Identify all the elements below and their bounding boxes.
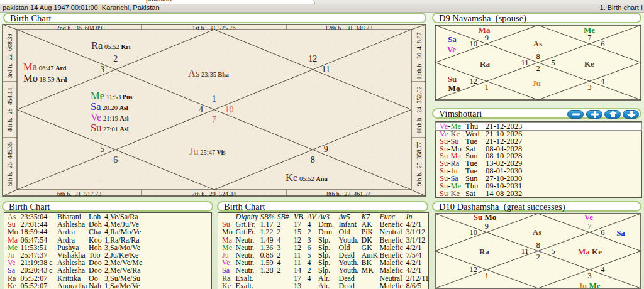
sign-number-d10-chart-h6: 1	[485, 272, 489, 280]
cell-snd: Oo	[89, 275, 98, 282]
strength-table-row-Ma: MaNeutr.1.494123Slp.Youth.DKBenefic3/1/1…	[218, 236, 428, 244]
planet-line: Ra	[479, 246, 489, 256]
cell-av3: Alr.	[318, 275, 330, 282]
cell-pos: 4,Ra/Mo/Ve	[104, 228, 141, 236]
cell-snd: Cha	[89, 228, 101, 236]
planet-table-row-Ra: Ra05:52:07KrittikaOo3,Su/Me/Su	[4, 275, 211, 282]
cell-snd: Nah	[89, 282, 101, 289]
planet-table-row-Ke: Ke05:52:07AnuradhaNah1,Sa/Me/Ve	[4, 282, 211, 289]
planet-table: As23:35:04BharaniLoh4,Ve/Sa/RaSu27:01:44…	[4, 212, 212, 289]
planet-Ra: Ra	[479, 247, 489, 256]
cell-av: 3	[308, 236, 311, 244]
cell-sbp: 1.22	[260, 228, 274, 236]
cell-inh: 3/1/12	[406, 236, 426, 244]
cell-av: 4	[308, 275, 311, 282]
cell-p: Sa	[222, 266, 230, 274]
dasha-expand-button[interactable]	[586, 110, 602, 119]
cell-pos: 1,Ra/Ra/Ra	[104, 236, 140, 244]
dasha-row-Su-Su[interactable]: Su-SuTue21-12-2027	[436, 138, 641, 145]
planet-line: Ju Me	[578, 280, 600, 289]
planet-Mo: Mo	[482, 212, 496, 222]
dasha-row-Su-Ke[interactable]: Su-KeSat14-08-2032	[436, 190, 641, 197]
planet-table-row-Sa: Sa20:20:43cAshleshaDoo2,Me/Ve/Ra	[4, 266, 211, 274]
cell-av5: Dead	[339, 282, 355, 289]
cell-av: 2	[308, 266, 311, 274]
cell-sbn: 2	[277, 266, 281, 274]
cell-vb: 17	[294, 275, 301, 282]
planet-Ma: Ma	[578, 247, 590, 256]
cell-p: Ra	[8, 275, 16, 282]
cell-vb: 15	[294, 228, 301, 236]
cell-lon: 05:52:07	[21, 282, 48, 289]
sign-number-d10-chart-h10: 5	[551, 247, 555, 255]
cell-av5: Old	[339, 228, 350, 236]
strength-table-row-Ke: KeExalt.13Alr.DeadMalefic8/6/5	[218, 282, 428, 289]
cell-vb: 14	[294, 266, 301, 274]
dasha-date: 21-12-2027	[486, 138, 522, 145]
planet-Me: Me	[587, 281, 600, 289]
cell-vb: 13	[294, 282, 301, 289]
cell-p: Ma	[8, 236, 18, 244]
arrow-down-icon	[623, 111, 640, 118]
dasha-down-button[interactable]	[623, 110, 639, 119]
sign-number-d10-chart-h2: 9	[485, 222, 489, 231]
planet-table-row-Mo: Mo18:59:44ArdraCha4,Ra/Mo/Ve	[4, 228, 211, 236]
cell-av5: Dead	[339, 275, 355, 282]
cell-sbp: 1.49	[260, 236, 274, 244]
cell-p: Ke	[222, 282, 231, 289]
cell-inh: 2/12/11	[406, 275, 429, 282]
cell-pos: 1,Sa/Me/Ve	[104, 282, 140, 289]
cell-av: 2	[308, 228, 311, 236]
cell-nak: Krittika	[57, 275, 80, 282]
plus-icon	[587, 111, 603, 118]
cell-func: Malefic	[380, 266, 403, 274]
dasha-date: 14-08-2032	[486, 190, 522, 197]
cell-func: Malefic	[380, 282, 403, 289]
planet-Sa: Sa	[616, 228, 625, 237]
cell-p: Ra	[222, 275, 230, 282]
cell-p: Sa	[8, 266, 15, 274]
cell-p: Mo	[8, 228, 18, 236]
cell-dig: Exalt.	[236, 282, 253, 289]
planet-Ve: Ve	[584, 212, 593, 222]
cell-snd: Koo	[89, 236, 102, 244]
cell-k7: MK	[362, 266, 374, 274]
sign-number-d10-chart-h7: 2	[536, 253, 540, 261]
dasha-list: Ve-MeThu21-12-2023Ve-KeWed21-10-2026Su-S…	[435, 121, 642, 198]
dasha-weekday: Sat	[465, 190, 475, 197]
cell-nak: Anuradha	[57, 282, 87, 289]
dasha-contract-button[interactable]	[567, 110, 584, 119]
cell-p: Mo	[222, 228, 233, 236]
cell-func: Neutral	[380, 275, 402, 282]
cell-k7: PiK	[362, 228, 374, 236]
sign-number-d10-chart-h11: 6	[601, 229, 604, 237]
cell-inh: 3/1/12	[406, 228, 426, 236]
cell-vb: 12	[294, 236, 301, 244]
planet-line: Ma Ke	[578, 246, 602, 256]
cell-k7: DK	[362, 236, 372, 244]
jhora-window: pakistan pakistan 14 Aug 1947 00:01:00 K…	[0, 0, 644, 289]
planet-line: Sa	[616, 227, 625, 237]
cell-sbn: 2	[277, 228, 281, 236]
minus-icon	[568, 111, 584, 118]
planet-Ke: Ke	[590, 247, 602, 256]
cell-pos: 3,Su/Me/Su	[104, 275, 140, 282]
cell-av3: Drm.	[318, 228, 334, 236]
cell-av3: Slp.	[318, 236, 330, 244]
dasha-weekday: Tue	[465, 138, 477, 145]
cell-p: Ke	[8, 282, 16, 289]
cell-func: Benefic	[380, 236, 403, 244]
cell-c: c	[49, 266, 52, 274]
cell-sbp: 1.28	[260, 266, 274, 274]
dasha-up-button[interactable]	[604, 110, 621, 119]
sign-number-d10-chart-h8: 3	[587, 272, 591, 280]
dasha-lord: Su	[440, 189, 448, 198]
sign-number-d10-chart-h9: 4	[601, 266, 604, 274]
strength-table-row-Ra: RaExalt.174Alr.DeadNeutral2/12/11	[218, 275, 428, 282]
cell-inh: 4/2/1	[406, 266, 422, 274]
cell-func: Neutral	[380, 228, 402, 236]
cell-dig: Exalt.	[236, 275, 253, 282]
cell-dig: Neutr.	[236, 236, 255, 244]
cell-pos: 2,Me/Ve/Ra	[104, 266, 141, 274]
sign-number-d10-chart-h4: 11	[521, 247, 528, 255]
